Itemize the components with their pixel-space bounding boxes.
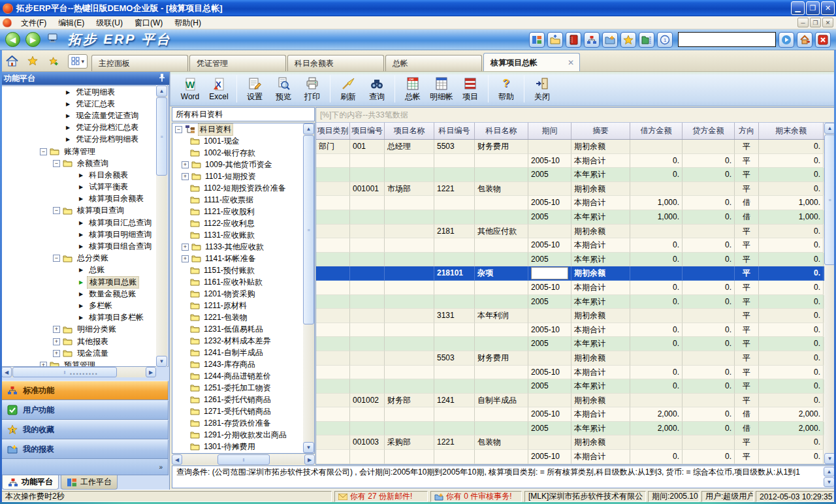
grid-cell[interactable]: 本年累计 bbox=[571, 168, 630, 182]
grid-cell[interactable] bbox=[316, 168, 350, 182]
account-item[interactable]: 1241-自制半成品 bbox=[172, 347, 314, 358]
grid-cell[interactable]: 平 bbox=[735, 253, 759, 267]
mdi-close-button[interactable]: ✕ bbox=[822, 18, 833, 27]
grid-cell[interactable]: 0. bbox=[759, 394, 824, 408]
expand-plus-icon[interactable]: + bbox=[53, 338, 60, 345]
grid-cell[interactable]: 0. bbox=[759, 182, 824, 197]
toolbar-button-查询[interactable]: 查询 bbox=[362, 74, 391, 104]
grid-cell[interactable]: 0. bbox=[759, 379, 824, 394]
sidebar-tree-item[interactable]: ▶核算项目余额表 bbox=[2, 193, 168, 205]
grid-cell[interactable] bbox=[350, 281, 385, 295]
grid-cell[interactable]: 2005-10 bbox=[528, 450, 571, 464]
grid-cell[interactable] bbox=[316, 407, 350, 422]
grid-cell[interactable] bbox=[528, 266, 571, 281]
account-item[interactable]: 1161-应收补贴款 bbox=[172, 276, 314, 288]
grid-row[interactable]: 2005-10本期合计0.0.平0. bbox=[316, 323, 824, 338]
account-item[interactable]: 1102-短期投资跌价准备 bbox=[172, 182, 314, 194]
sidebar-tree-item[interactable]: +现金流量 bbox=[2, 347, 168, 359]
grid-cell[interactable] bbox=[528, 351, 571, 366]
grid-cell[interactable] bbox=[316, 238, 350, 253]
grid-cell[interactable]: 2005 bbox=[528, 210, 571, 225]
account-item[interactable]: +1101-短期投资 bbox=[172, 170, 314, 182]
grid-cell[interactable]: 本年累计 bbox=[571, 210, 630, 225]
toolbar-button-帮助[interactable]: ??帮助 bbox=[492, 74, 521, 104]
grid-cell[interactable] bbox=[385, 309, 434, 323]
accounts-root-item[interactable]: −科目资料 bbox=[172, 123, 314, 135]
grid-cell[interactable] bbox=[385, 295, 434, 309]
expand-plus-icon[interactable]: + bbox=[182, 244, 189, 251]
grid-cell[interactable] bbox=[316, 351, 350, 366]
grid-cell[interactable]: 2005 bbox=[528, 168, 571, 182]
grid-row[interactable]: 2005-10本期合计0.0.平0. bbox=[316, 281, 824, 295]
grid-cell[interactable] bbox=[434, 253, 475, 267]
grid-cell[interactable] bbox=[683, 266, 735, 281]
grid-cell[interactable]: 0. bbox=[683, 168, 735, 182]
grid-cell[interactable]: 5503 bbox=[434, 351, 475, 366]
sidebar-tree-item[interactable]: ▶试算平衡表 bbox=[2, 181, 168, 193]
grid-row[interactable]: 2005本年累计0.0.平0. bbox=[316, 337, 824, 351]
grid-cell[interactable]: 001002 bbox=[350, 394, 385, 408]
grid-cell[interactable] bbox=[316, 253, 350, 267]
sidebar-tree-item[interactable]: ▶现金流量凭证查询 bbox=[2, 110, 168, 121]
grid-cell[interactable]: 0. bbox=[630, 154, 683, 168]
grid-cell[interactable] bbox=[630, 394, 683, 408]
account-item[interactable]: 1211-原材料 bbox=[172, 300, 314, 311]
column-header[interactable]: 期间 bbox=[528, 123, 571, 139]
sidebar-tree-item[interactable]: −账薄管理 bbox=[2, 146, 168, 157]
grid-cell[interactable]: 本期合计 bbox=[571, 323, 630, 338]
expand-plus-icon[interactable]: + bbox=[53, 350, 60, 357]
column-header[interactable]: 项目编号 bbox=[350, 123, 385, 139]
grid-cell[interactable]: 0. bbox=[759, 309, 824, 323]
scroll-thumb[interactable]: ≡ bbox=[303, 135, 314, 324]
scroll-up-icon[interactable]: ▲ bbox=[156, 86, 167, 97]
grid-cell[interactable] bbox=[683, 225, 735, 239]
grid-cell[interactable]: 2005 bbox=[528, 422, 571, 436]
grid-cell[interactable] bbox=[434, 295, 475, 309]
grid-cell[interactable]: 本期合计 bbox=[571, 450, 630, 464]
grid-cell[interactable]: 期初余额 bbox=[571, 309, 630, 323]
column-header[interactable]: 贷方金额 bbox=[683, 123, 735, 139]
grid-cell[interactable] bbox=[316, 323, 350, 338]
grid-cell[interactable] bbox=[475, 196, 528, 210]
grid-cell[interactable] bbox=[475, 407, 528, 422]
grid-cell[interactable]: 0. bbox=[683, 366, 735, 380]
grid-row[interactable]: 2181其他应付款期初余额平0. bbox=[316, 225, 824, 239]
sidebar-panel-item[interactable]: 1我的收藏 bbox=[0, 420, 169, 439]
grid-cell[interactable] bbox=[475, 168, 528, 182]
account-item[interactable]: 1111-应收票据 bbox=[172, 194, 314, 206]
add-favorite-icon[interactable] bbox=[46, 53, 61, 69]
grid-cell[interactable]: 1,000. bbox=[630, 210, 683, 225]
account-item[interactable]: 1271-受托代销商品 bbox=[172, 405, 314, 417]
grid-cell[interactable] bbox=[385, 196, 434, 210]
grid-cell[interactable] bbox=[475, 210, 528, 225]
grid-cell[interactable] bbox=[434, 450, 475, 464]
grid-cell[interactable]: 0. bbox=[759, 295, 824, 309]
grid-cell[interactable]: 平 bbox=[735, 281, 759, 295]
grid-cell[interactable] bbox=[385, 323, 434, 338]
account-item[interactable]: 1201-物资采购 bbox=[172, 288, 314, 300]
grid-cell[interactable]: 0. bbox=[683, 196, 735, 210]
grid-cell[interactable]: 平 bbox=[735, 323, 759, 338]
sidebar-tree-item[interactable]: +明细分类账 bbox=[2, 324, 168, 336]
grid-cell[interactable]: 0. bbox=[683, 450, 735, 464]
grid-cell[interactable] bbox=[350, 196, 385, 210]
grid-cell[interactable]: 本期合计 bbox=[571, 366, 630, 380]
grid-cell[interactable] bbox=[683, 309, 735, 323]
grid-cell[interactable] bbox=[683, 182, 735, 197]
grid-cell[interactable]: 2181 bbox=[434, 225, 475, 239]
grid-cell[interactable] bbox=[475, 422, 528, 436]
sidebar-tree-item[interactable]: +预算管理 bbox=[2, 359, 168, 367]
menu-item[interactable]: 编辑(E) bbox=[52, 18, 90, 27]
grid-cell[interactable] bbox=[350, 295, 385, 309]
grid-cell[interactable] bbox=[385, 407, 434, 422]
grid-cell[interactable]: 2005 bbox=[528, 253, 571, 267]
grid-cell[interactable]: 采购部 bbox=[385, 435, 434, 450]
grid-cell[interactable] bbox=[316, 309, 350, 323]
grid-cell[interactable] bbox=[528, 309, 571, 323]
grid-cell[interactable]: 本期合计 bbox=[571, 281, 630, 295]
collapse-minus-icon[interactable]: − bbox=[53, 207, 60, 214]
grid-cell[interactable] bbox=[434, 407, 475, 422]
grid-cell[interactable]: 2005 bbox=[528, 295, 571, 309]
grid-cell[interactable]: 2005-10 bbox=[528, 366, 571, 380]
grid-cell[interactable]: 本年利润 bbox=[475, 309, 528, 323]
